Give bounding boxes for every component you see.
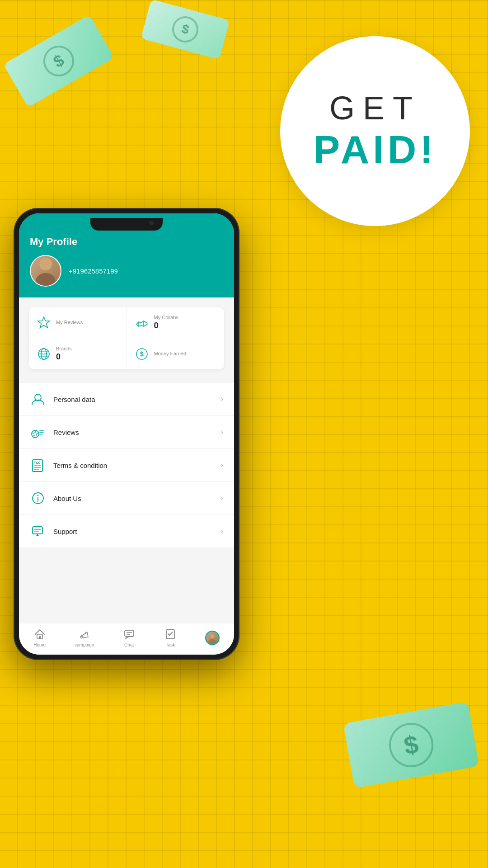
decorative-bill-2	[141, 0, 230, 60]
svg-point-1	[36, 273, 56, 286]
nav-home[interactable]: Home	[33, 628, 46, 647]
svg-text:T&C: T&C	[34, 461, 40, 464]
profile-avatar-icon	[205, 631, 220, 645]
dollar-circle-icon: $	[134, 346, 150, 362]
nav-chat[interactable]: Chat	[123, 628, 136, 647]
stat-my-collabs-label: My Collabs	[154, 315, 217, 320]
menu-item-about[interactable]: About Us ›	[19, 482, 234, 515]
svg-point-38	[209, 639, 217, 644]
support-icon	[30, 523, 46, 539]
profile-title: My Profile	[30, 236, 223, 248]
svg-rect-30	[39, 636, 41, 639]
nav-task-label: Task	[166, 642, 175, 647]
menu-item-reviews[interactable]: Reviews ›	[19, 416, 234, 449]
stat-my-reviews[interactable]: My Reviews	[29, 307, 127, 338]
chevron-right-icon: ›	[221, 395, 223, 403]
stat-money-earned[interactable]: $ Money Earned	[127, 339, 225, 369]
stat-money-earned-label: Money Earned	[154, 351, 217, 356]
profile-info: +919625857199	[30, 255, 223, 287]
svg-marker-2	[38, 317, 50, 328]
stats-grid: My Reviews My Collabs 0	[29, 307, 224, 369]
user-phone: +919625857199	[69, 267, 118, 275]
nav-campaign-label: campaign	[75, 642, 94, 647]
task-icon	[164, 628, 177, 641]
chevron-right-icon-2: ›	[221, 428, 223, 436]
bottom-nav: Home campaign	[19, 623, 234, 655]
get-text: GET	[329, 90, 421, 127]
menu-section: Personal data › Reviews ›	[19, 383, 234, 623]
user-avatar	[30, 255, 61, 287]
nav-task[interactable]: Task	[164, 628, 177, 647]
svg-point-37	[211, 634, 215, 638]
reviews-icon	[30, 424, 46, 440]
menu-item-personal-data[interactable]: Personal data ›	[19, 383, 234, 416]
home-icon	[33, 628, 46, 641]
menu-personal-data-label: Personal data	[53, 396, 221, 403]
about-icon	[30, 490, 46, 506]
globe-icon	[36, 346, 52, 362]
menu-support-label: Support	[53, 528, 221, 535]
phone-screen: My Profile +919625857199	[19, 213, 234, 655]
stat-brands-value: 0	[56, 352, 119, 362]
menu-item-terms[interactable]: T&C Terms & condition ›	[19, 449, 234, 482]
nav-profile[interactable]	[205, 631, 220, 645]
nav-home-label: Home	[33, 642, 46, 647]
svg-text:$: $	[140, 350, 144, 358]
stat-my-collabs[interactable]: My Collabs 0	[127, 307, 225, 338]
chevron-right-icon-4: ›	[221, 494, 223, 502]
decorative-bill-1	[3, 14, 114, 107]
menu-terms-label: Terms & condition	[53, 462, 221, 469]
menu-about-label: About Us	[53, 495, 221, 502]
menu-item-support[interactable]: Support ›	[19, 515, 234, 548]
terms-icon: T&C	[30, 457, 46, 473]
star-icon	[36, 315, 52, 330]
spacer-1	[19, 379, 234, 383]
menu-reviews-label: Reviews	[53, 429, 221, 436]
paid-text: PAID!	[313, 127, 436, 173]
chevron-right-icon-5: ›	[221, 527, 223, 535]
stat-my-collabs-value: 0	[154, 321, 217, 330]
chat-icon	[123, 628, 136, 641]
svg-marker-14	[33, 431, 38, 436]
svg-rect-33	[125, 630, 134, 637]
nav-chat-label: Chat	[124, 642, 134, 647]
stat-brands-label: Brands	[56, 346, 119, 351]
chevron-right-icon-3: ›	[221, 461, 223, 469]
svg-rect-26	[33, 527, 42, 534]
get-paid-promo: GET PAID!	[280, 36, 470, 226]
phone-frame: My Profile +919625857199	[14, 208, 239, 660]
decorative-bill-3	[343, 702, 479, 788]
phone-mockup: My Profile +919625857199	[14, 208, 239, 660]
handshake-icon	[134, 315, 150, 330]
stat-brands[interactable]: Brands 0	[29, 339, 127, 369]
phone-notch	[90, 218, 163, 231]
nav-campaign[interactable]: campaign	[75, 628, 94, 647]
svg-point-0	[39, 258, 52, 270]
campaign-icon	[78, 628, 91, 641]
person-icon	[30, 391, 46, 407]
svg-point-25	[38, 495, 39, 496]
stat-my-reviews-label: My Reviews	[56, 320, 119, 325]
svg-point-12	[35, 394, 41, 401]
